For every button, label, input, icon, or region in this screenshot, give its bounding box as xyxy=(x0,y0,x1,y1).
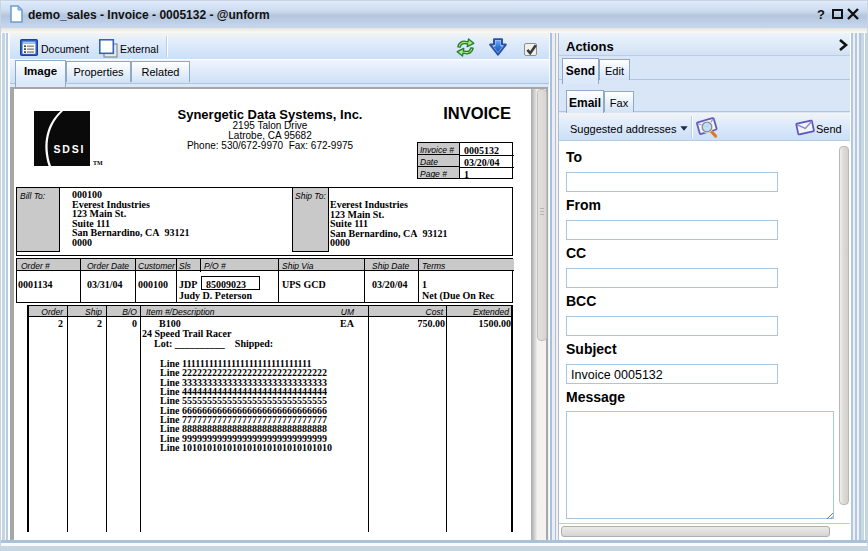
svg-text:SDSI: SDSI xyxy=(54,143,86,155)
